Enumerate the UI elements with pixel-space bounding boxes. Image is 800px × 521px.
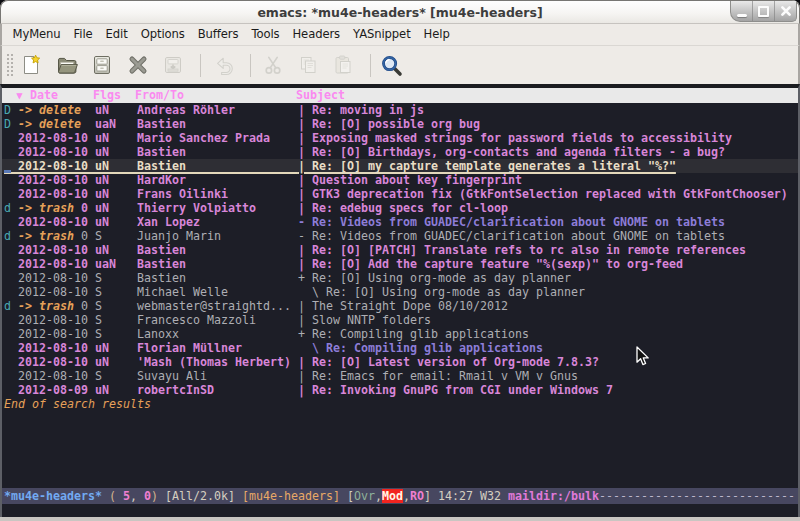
close-x-icon	[127, 54, 149, 76]
read-message-text: 2012-08-10 S Bastien	[4, 271, 298, 285]
text-spacer	[11, 201, 18, 215]
message-row[interactable]: 2012-08-10 uN Bastien | Re: [O] Birthday…	[4, 145, 798, 159]
paste-button	[329, 51, 357, 79]
message-row[interactable]: D -> delete uN Andreas Röhler | Re: movi…	[4, 103, 798, 117]
mark-target-label: -> delete	[18, 103, 81, 117]
read-message-text: + Re: [O] Using org-mode as day planner	[298, 271, 571, 285]
read-message-text: 2012-08-10 S Lanoxx	[4, 327, 298, 341]
toolbar-grip-handle[interactable]	[5, 52, 14, 78]
minimize-button[interactable]	[731, 1, 752, 21]
message-row[interactable]: 2012-08-10 uN Bastien | Re: [O] [PATCH] …	[4, 243, 798, 257]
message-row[interactable]: 2012-08-10 S Michael Welle \ Re: [O] Usi…	[4, 285, 798, 299]
unread-message-text: 2012-08-10 uN Mario Sanchez Prada	[4, 131, 298, 145]
read-message-text: | Slow NNTP folders	[298, 313, 431, 327]
close-window-button[interactable]	[774, 1, 796, 21]
mark-flag: d	[4, 201, 11, 215]
text-spacer	[116, 489, 123, 503]
unread-message-text: | Re: [O] possible org bug	[298, 117, 480, 131]
emacs-text-area: ▼ Date Flgs From/To Subject D -> delete …	[0, 84, 800, 517]
modeline-segment: Ovr	[354, 489, 375, 503]
save-as-button	[159, 51, 187, 79]
message-row[interactable]: d -> trash 0 S Juanjo Marin - Re: Videos…	[4, 229, 798, 243]
message-row[interactable]: 2012-08-10 uaN Bastien | Re: [O] Add the…	[4, 257, 798, 271]
read-message-text: 2012-08-10 S Suvayu Ali	[4, 369, 298, 383]
save-as-icon	[162, 54, 184, 76]
text-spacer	[88, 229, 95, 243]
message-row[interactable]: d -> trash 0 uN Thierry Volpiatto | Re: …	[4, 201, 798, 215]
read-message-text: 2012-08-10 S Francesco Mazzoli	[4, 313, 298, 327]
text-spacer	[11, 103, 18, 117]
text-spacer: Flgs	[93, 88, 121, 102]
message-row[interactable]: 2012-08-10 uN Mario Sanchez Prada | Expo…	[4, 131, 798, 145]
toolbar-separator	[200, 54, 201, 77]
menu-item-help[interactable]: Help	[417, 24, 456, 45]
unread-message-text: | Re: [O] Add the capture feature "%(sex…	[298, 257, 683, 271]
message-row[interactable]: 2012-08-10 S Suvayu Ali | Re: Emacs for …	[4, 369, 798, 383]
menu-item-buffers[interactable]: Buffers	[191, 24, 245, 45]
headers-column-header[interactable]: ▼ Date Flgs From/To Subject	[2, 88, 798, 103]
headers-buffer: D -> delete uN Andreas Röhler | Re: movi…	[2, 103, 798, 411]
search-button[interactable]	[377, 51, 405, 79]
read-message-text: | The Straight Dope 08/10/2012	[298, 299, 508, 313]
titlebar[interactable]: emacs: *mu4e-headers* [mu4e-headers]	[0, 0, 800, 24]
mark-target-label: -> trash	[18, 299, 74, 313]
paste-icon	[332, 54, 354, 76]
unread-message-text: | Re: [O] Birthdays, org-contacts and ag…	[298, 145, 725, 159]
modeline-segment: maildir:/bulk	[508, 489, 599, 503]
unread-message-text: 2012-08-10 uN Bastien	[4, 243, 298, 257]
message-row[interactable]: 2012-08-10 uN 'Mash (Thomas Herbert) | R…	[4, 355, 798, 369]
unread-message-text: | Re: [O] Latest version of Org-mode 7.8…	[298, 355, 599, 369]
unread-message-text: 2012-08-10 uaN Bastien	[4, 257, 298, 271]
message-row[interactable]: 2012-08-10 uN HardKor | Question about k…	[4, 173, 798, 187]
message-row[interactable]: 2012-08-10 S Lanoxx + Re: Compiling glib…	[4, 327, 798, 341]
modeline-segment: 0	[144, 489, 151, 503]
menu-item-tools[interactable]: Tools	[245, 24, 286, 45]
unread-message-text: | Re: edebug specs for cl-loop	[298, 201, 508, 215]
text-spacer	[340, 489, 347, 503]
text-spacer	[81, 117, 95, 131]
mode-line[interactable]: *mu4e-headers* ( 5, 0) [All/2.0k] [mu4e-…	[2, 488, 798, 504]
text-spacer	[11, 117, 18, 131]
open-file-button[interactable]	[53, 51, 81, 79]
close-icon	[780, 5, 792, 17]
menu-item-headers[interactable]: Headers	[286, 24, 347, 45]
unread-message-text: 2012-08-10 uN HardKor	[4, 173, 298, 187]
message-row[interactable]: End of search results	[4, 397, 798, 411]
echo-area[interactable]	[2, 504, 798, 517]
menu-item-mymenu[interactable]: MyMenu	[6, 24, 67, 45]
message-row[interactable]: 2012-08-10 uN Frans Oilinki | GTK3 depre…	[4, 187, 798, 201]
modeline-segment: ,	[403, 489, 410, 503]
unread-message-text: | Re: [O] [PATCH] Translate refs to rc a…	[298, 243, 746, 257]
read-message-text: \ Re: [O] Using org-mode as day planner	[298, 285, 585, 299]
message-row[interactable]: 2012-08-10 uN Florian Müllner \ Re: Comp…	[4, 341, 798, 355]
menu-item-options[interactable]: Options	[134, 24, 191, 45]
message-row[interactable]: 2012-08-10 S Francesco Mazzoli | Slow NN…	[4, 313, 798, 327]
message-row[interactable]: 2012-08-10 S Bastien + Re: [O] Using org…	[4, 271, 798, 285]
text-spacer: From/To	[135, 88, 184, 102]
toolbar-separator	[250, 54, 251, 77]
close-buffer-button[interactable]	[124, 51, 152, 79]
text-spacer	[74, 229, 81, 243]
menu-item-edit[interactable]: Edit	[99, 24, 134, 45]
message-row[interactable]: 2012-08-09 uN robertcInSD | Re: Invoking…	[4, 383, 798, 397]
unread-message-text: 2012-08-10 uN Bastien	[4, 145, 298, 159]
message-row[interactable]: d -> trash 0 S webmaster@straightd... | …	[4, 299, 798, 313]
unread-message-text: 0	[81, 201, 88, 215]
save-button[interactable]	[88, 51, 116, 79]
modeline-segment: ----------------------------	[599, 489, 795, 503]
buffer-empty-space	[2, 411, 798, 488]
maximize-button[interactable]	[752, 1, 774, 21]
message-row-current[interactable]: 2012-08-10 uN Bastien | Re: [O] my captu…	[2, 159, 798, 173]
text-spacer: Date	[23, 88, 93, 102]
menu-item-yasnippet[interactable]: YASnippet	[347, 24, 418, 45]
modeline-segment: [All/2.0k]	[165, 489, 235, 503]
read-message-text: S Juanjo Marin	[95, 229, 298, 243]
new-file-button[interactable]	[17, 51, 45, 79]
mark-flag: d	[4, 299, 11, 313]
text-spacer	[11, 229, 18, 243]
read-message-text: 2012-08-10 S Michael Welle	[4, 285, 298, 299]
message-row[interactable]: 2012-08-10 uN Xan Lopez - Re: Videos fro…	[4, 215, 798, 229]
menu-item-file[interactable]: File	[67, 24, 99, 45]
maximize-icon	[758, 6, 769, 17]
message-row[interactable]: D -> delete uaN Bastien | Re: [O] possib…	[4, 117, 798, 131]
